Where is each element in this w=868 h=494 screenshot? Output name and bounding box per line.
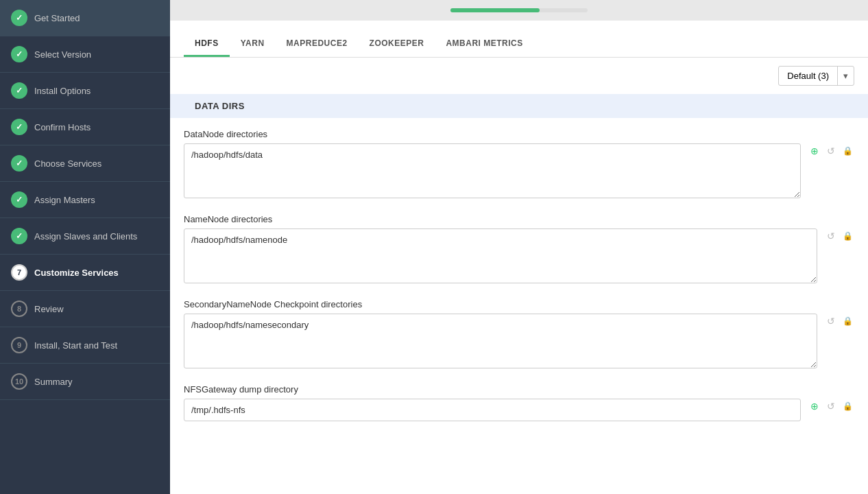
- sidebar-label-customize-services: Customize Services: [34, 268, 119, 278]
- tab-zookeeper[interactable]: ZOOKEEPER: [359, 32, 435, 57]
- sidebar: Get StartedSelect VersionInstall Options…: [0, 0, 170, 494]
- lock-icon-nfsgateway-directory[interactable]: 🔒: [841, 399, 854, 413]
- step-circle-confirm-hosts: [11, 119, 27, 135]
- sidebar-item-summary[interactable]: 10Summary: [0, 364, 170, 400]
- refresh-icon-namenode-directories[interactable]: ↺: [824, 229, 838, 243]
- step-circle-install-start-test: 9: [11, 337, 27, 353]
- step-circle-summary: 10: [11, 373, 27, 390]
- tabs: HDFSYARNMAPREDUCE2ZOOKEEPERAMBARI METRIC…: [184, 32, 854, 57]
- field-group-nfsgateway-directory: NFSGateway dump directory⊕↺🔒: [184, 384, 854, 421]
- tab-mapreduce2[interactable]: MAPREDUCE2: [276, 32, 359, 57]
- add-icon-datanode-directories[interactable]: ⊕: [808, 144, 821, 158]
- sidebar-label-confirm-hosts: Confirm Hosts: [34, 122, 91, 132]
- sidebar-item-review[interactable]: 8Review: [0, 291, 170, 327]
- sidebar-item-install-start-test[interactable]: 9Install, Start and Test: [0, 327, 170, 364]
- field-textarea-secondarynamenode-directories[interactable]: [184, 314, 817, 368]
- field-label-datanode-directories: DataNode directories: [184, 129, 801, 139]
- progress-bar-container: [170, 0, 868, 21]
- toolbar: Default (3) ▾: [170, 58, 868, 94]
- step-circle-assign-masters: [11, 191, 27, 208]
- field-content-datanode-directories: DataNode directories: [184, 129, 801, 200]
- main-content: HDFSYARNMAPREDUCE2ZOOKEEPERAMBARI METRIC…: [170, 0, 868, 494]
- default-dropdown[interactable]: Default (3) ▾: [778, 66, 854, 86]
- refresh-icon-datanode-directories[interactable]: ↺: [824, 144, 838, 158]
- sidebar-item-select-version[interactable]: Select Version: [0, 36, 170, 73]
- tab-ambari-metrics[interactable]: AMBARI METRICS: [435, 32, 533, 57]
- dropdown-label: Default (3): [779, 67, 838, 85]
- fields-container: DataNode directories⊕↺🔒NameNode director…: [184, 129, 854, 421]
- sidebar-label-get-started: Get Started: [34, 13, 80, 23]
- field-actions-row-nfsgateway-directory: ⊕↺🔒: [808, 399, 854, 413]
- tabs-container: HDFSYARNMAPREDUCE2ZOOKEEPERAMBARI METRIC…: [170, 21, 868, 58]
- sidebar-label-choose-services: Choose Services: [34, 158, 101, 169]
- field-textarea-namenode-directories[interactable]: [184, 228, 817, 283]
- sidebar-label-review: Review: [34, 304, 64, 314]
- field-actions-namenode-directories: ↺🔒: [824, 229, 854, 243]
- field-actions-row-datanode-directories: ⊕↺🔒: [808, 144, 854, 158]
- step-circle-customize-services: 7: [11, 264, 27, 281]
- sidebar-label-assign-masters: Assign Masters: [34, 195, 95, 205]
- progress-bar-track: [450, 8, 588, 12]
- refresh-icon-secondarynamenode-directories[interactable]: ↺: [824, 314, 838, 328]
- refresh-icon-nfsgateway-directory[interactable]: ↺: [824, 399, 838, 413]
- add-icon-nfsgateway-directory[interactable]: ⊕: [808, 399, 821, 413]
- field-group-datanode-directories: DataNode directories⊕↺🔒: [184, 129, 854, 200]
- sidebar-item-customize-services[interactable]: 7Customize Services: [0, 255, 170, 291]
- step-circle-install-options: [11, 82, 27, 99]
- sidebar-label-select-version: Select Version: [34, 49, 91, 60]
- field-input-nfsgateway-directory[interactable]: [184, 399, 801, 421]
- lock-icon-datanode-directories[interactable]: 🔒: [841, 144, 854, 158]
- tab-hdfs[interactable]: HDFS: [184, 32, 230, 57]
- field-label-namenode-directories: NameNode directories: [184, 214, 817, 224]
- step-circle-select-version: [11, 46, 27, 62]
- field-content-secondarynamenode-directories: SecondaryNameNode Checkpoint directories: [184, 299, 817, 370]
- lock-icon-secondarynamenode-directories[interactable]: 🔒: [841, 314, 854, 328]
- field-actions-row-secondarynamenode-directories: ↺🔒: [824, 314, 854, 328]
- sidebar-item-choose-services[interactable]: Choose Services: [0, 145, 170, 182]
- sidebar-item-confirm-hosts[interactable]: Confirm Hosts: [0, 109, 170, 145]
- sidebar-label-install-options: Install Options: [34, 86, 91, 96]
- field-textarea-datanode-directories[interactable]: [184, 143, 801, 198]
- step-circle-choose-services: [11, 155, 27, 172]
- field-actions-secondarynamenode-directories: ↺🔒: [824, 314, 854, 328]
- sidebar-label-assign-slaves: Assign Slaves and Clients: [34, 231, 137, 242]
- field-group-namenode-directories: NameNode directories↺🔒: [184, 214, 854, 285]
- field-group-secondarynamenode-directories: SecondaryNameNode Checkpoint directories…: [184, 299, 854, 370]
- field-content-nfsgateway-directory: NFSGateway dump directory: [184, 384, 801, 421]
- step-circle-get-started: [11, 10, 27, 26]
- progress-bar-fill: [450, 8, 540, 12]
- field-label-secondarynamenode-directories: SecondaryNameNode Checkpoint directories: [184, 299, 817, 309]
- lock-icon-namenode-directories[interactable]: 🔒: [841, 229, 854, 243]
- sidebar-label-install-start-test: Install, Start and Test: [34, 340, 117, 351]
- field-actions-nfsgateway-directory: ⊕↺🔒: [808, 399, 854, 413]
- field-actions-row-namenode-directories: ↺🔒: [824, 229, 854, 243]
- sidebar-item-assign-masters[interactable]: Assign Masters: [0, 182, 170, 218]
- content-area: DATA DIRS DataNode directories⊕↺🔒NameNod…: [170, 94, 868, 494]
- section-header: DATA DIRS: [170, 94, 868, 118]
- sidebar-item-install-options[interactable]: Install Options: [0, 73, 170, 109]
- sidebar-label-summary: Summary: [34, 377, 73, 387]
- tab-yarn[interactable]: YARN: [230, 32, 276, 57]
- field-actions-datanode-directories: ⊕↺🔒: [808, 144, 854, 158]
- step-circle-review: 8: [11, 301, 27, 317]
- field-label-nfsgateway-directory: NFSGateway dump directory: [184, 384, 801, 395]
- field-content-namenode-directories: NameNode directories: [184, 214, 817, 285]
- sidebar-item-get-started[interactable]: Get Started: [0, 0, 170, 36]
- sidebar-item-assign-slaves[interactable]: Assign Slaves and Clients: [0, 218, 170, 255]
- dropdown-arrow-icon[interactable]: ▾: [838, 67, 854, 85]
- step-circle-assign-slaves: [11, 228, 27, 244]
